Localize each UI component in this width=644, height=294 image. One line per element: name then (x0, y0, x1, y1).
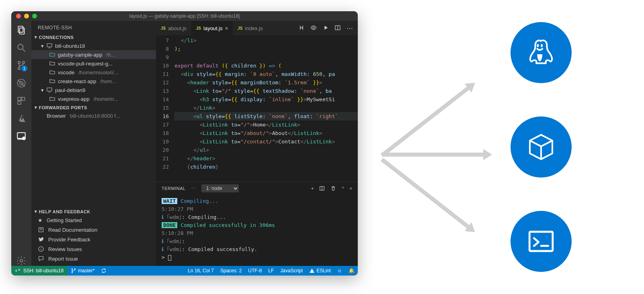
explorer-icon[interactable] (16, 25, 27, 35)
feedback-status[interactable]: ☺ (334, 268, 345, 274)
line-numbers: 78910111213141516171819202122 (156, 35, 174, 182)
remote-status[interactable]: SSH: bill-ubuntu18 (11, 266, 68, 276)
js-file-icon: JS (238, 26, 242, 31)
folder-icon (49, 96, 55, 102)
sidebar: REMOTE-SSH ▾CONNECTIONS ▾bill-ubuntu18 g… (31, 21, 156, 266)
folder-vuepress[interactable]: vuepress-app/home/m... (31, 94, 156, 103)
help-header[interactable]: ▾HELP AND FEEDBACK (31, 207, 156, 216)
language-status[interactable]: JavaScript (277, 268, 306, 274)
git-branch-status[interactable]: master* (68, 266, 98, 276)
help-issues[interactable]: Review Issues (31, 244, 156, 254)
code-editor[interactable]: 78910111213141516171819202122 </li>); ex… (156, 35, 358, 182)
code-lines: </li>); export default ({ children }) =>… (174, 35, 358, 182)
terminal-select[interactable]: 1: node (201, 184, 239, 192)
arrow-to-linux (381, 85, 472, 157)
close-panel-icon[interactable]: × (350, 186, 352, 191)
folder-vscode[interactable]: vscode/home/misolori/... (31, 68, 156, 77)
twitter-icon (38, 236, 44, 243)
warning-icon (309, 268, 315, 274)
container-target-icon (511, 116, 572, 178)
indentation-status[interactable]: Spaces: 2 (217, 268, 245, 274)
more-icon[interactable]: ⋯ (347, 24, 353, 32)
terminal-header: TERMINAL ⋯ 1: node + ^ × (156, 182, 358, 195)
svg-point-27 (313, 27, 314, 29)
folder-icon (49, 78, 55, 84)
eslint-status[interactable]: ESLint (306, 268, 334, 274)
editor-actions: ⋯ (298, 24, 358, 32)
notifications-status[interactable]: 🔔 (345, 268, 358, 274)
close-tab-icon[interactable]: × (225, 25, 228, 31)
editor-tabs: JSabout.js JSlayout.js× JSindex.js ⋯ (156, 21, 358, 35)
folder-cra[interactable]: create-react-app/hom... (31, 77, 156, 86)
minimize-window-button[interactable] (24, 14, 29, 18)
chevron-down-icon: ▾ (35, 35, 37, 40)
tab-index[interactable]: JSindex.js (233, 21, 267, 35)
split-terminal-icon[interactable] (319, 186, 325, 191)
bell-icon: 🔔 (349, 268, 355, 274)
ssh-host-paul[interactable]: ▾paul-debian9 (31, 86, 156, 94)
cursor-position-status[interactable]: Ln 16, Col 7 (185, 268, 217, 274)
svg-point-32 (72, 269, 72, 270)
close-window-button[interactable] (16, 14, 21, 18)
star-icon: ★ (38, 217, 43, 223)
folder-vscode-pr[interactable]: vscode-pull-request-g... (31, 59, 156, 68)
help-getting-started[interactable]: ★Getting Started (31, 216, 156, 225)
maximize-window-button[interactable] (32, 14, 37, 18)
editor-group: JSabout.js JSlayout.js× JSindex.js ⋯ 789… (156, 21, 358, 266)
svg-rect-10 (18, 97, 21, 100)
activity-bar: 1 (11, 21, 31, 266)
more-icon[interactable]: ⋯ (191, 186, 196, 191)
sync-status[interactable] (98, 266, 110, 276)
svg-point-35 (537, 44, 539, 47)
help-report[interactable]: Report Issue (31, 254, 156, 266)
svg-rect-11 (22, 97, 25, 100)
folder-gatsby[interactable]: gatsby-sample-app/h... (31, 50, 156, 59)
trash-icon[interactable] (330, 186, 336, 191)
eol-status[interactable]: LF (265, 268, 277, 274)
terminal-target-icon (511, 211, 572, 272)
sidebar-title: REMOTE-SSH (31, 21, 156, 33)
forwarded-ports-header[interactable]: ▾FORWARDED PORTS (31, 103, 156, 112)
chevron-down-icon: ▾ (35, 105, 37, 110)
branch-icon (71, 268, 76, 274)
ssh-host-bill[interactable]: ▾bill-ubuntu18 (31, 41, 156, 50)
svg-point-4 (18, 61, 20, 63)
search-icon[interactable] (16, 43, 27, 53)
linux-target-icon (511, 22, 572, 83)
svg-rect-12 (18, 101, 21, 104)
svg-rect-17 (47, 44, 52, 47)
new-terminal-icon[interactable]: + (311, 186, 314, 191)
svg-rect-0 (18, 26, 23, 32)
preview-icon[interactable] (310, 24, 317, 32)
settings-gear-icon[interactable] (16, 255, 27, 266)
run-icon[interactable] (322, 24, 329, 32)
extensions-icon[interactable] (16, 96, 27, 106)
svg-point-6 (18, 67, 20, 69)
source-control-icon[interactable]: 1 (16, 60, 27, 71)
azure-icon[interactable] (16, 113, 27, 124)
tab-about[interactable]: JSabout.js (156, 21, 191, 35)
chevron-down-icon: ▾ (41, 87, 44, 93)
monitor-icon (46, 87, 53, 93)
encoding-status[interactable]: UTF-8 (245, 268, 265, 274)
connections-header[interactable]: ▾CONNECTIONS (31, 33, 156, 41)
arrow-to-container (382, 153, 486, 157)
folder-icon (49, 69, 55, 76)
svg-point-36 (541, 44, 543, 47)
help-feedback[interactable]: Provide Feedback (31, 235, 156, 244)
maximize-panel-icon[interactable]: ^ (342, 186, 344, 191)
forwarded-port-item[interactable]: Browserbill-ubuntu18:8000 f... (31, 112, 156, 120)
titlebar: layout.js — gatsby-sample-app [SSH: bill… (11, 11, 358, 21)
compare-icon[interactable] (298, 24, 305, 32)
js-file-icon: JS (161, 26, 166, 31)
help-docs[interactable]: Read Documentation (31, 225, 156, 235)
remote-explorer-icon[interactable] (16, 131, 27, 141)
split-icon[interactable] (334, 24, 341, 32)
terminal-tab[interactable]: TERMINAL (162, 186, 186, 191)
debug-icon[interactable] (16, 78, 27, 88)
svg-point-16 (20, 259, 23, 262)
js-file-icon: JS (196, 26, 201, 31)
svg-point-33 (74, 269, 75, 270)
terminal-output[interactable]: WAIT Compiling... 5:10:27 PM ℹ ｢wdm｣: Co… (156, 195, 358, 266)
tab-layout[interactable]: JSlayout.js× (191, 21, 233, 35)
